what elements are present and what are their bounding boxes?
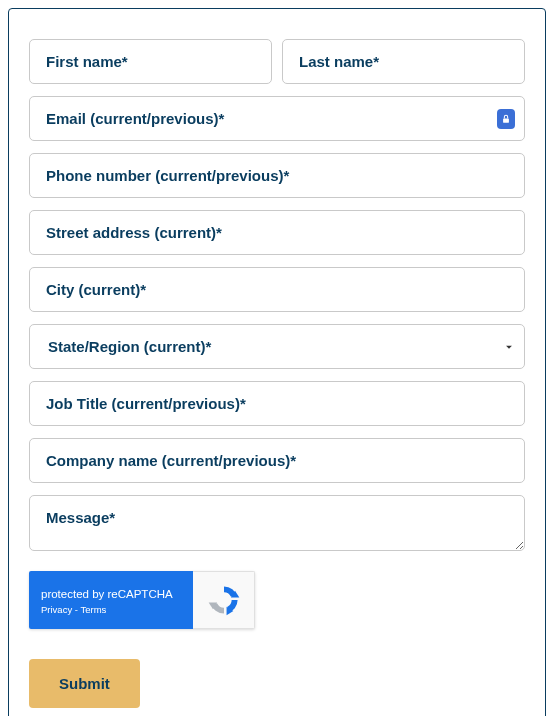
- state-select[interactable]: State/Region (current)*: [29, 324, 525, 369]
- email-input[interactable]: [29, 96, 525, 141]
- phone-input[interactable]: [29, 153, 525, 198]
- company-name-input[interactable]: [29, 438, 525, 483]
- street-address-input[interactable]: [29, 210, 525, 255]
- recaptcha-links: Privacy - Terms: [41, 604, 179, 615]
- recaptcha-terms-link[interactable]: Terms: [80, 604, 106, 615]
- submit-button[interactable]: Submit: [29, 659, 140, 708]
- recaptcha-privacy-link[interactable]: Privacy: [41, 604, 72, 615]
- lock-icon: [497, 109, 515, 129]
- last-name-input[interactable]: [282, 39, 525, 84]
- svg-rect-0: [503, 118, 509, 122]
- recaptcha-info: protected by reCAPTCHA Privacy - Terms: [29, 571, 193, 629]
- message-textarea[interactable]: [29, 495, 525, 551]
- first-name-input[interactable]: [29, 39, 272, 84]
- city-input[interactable]: [29, 267, 525, 312]
- recaptcha-logo-box: [193, 571, 255, 629]
- recaptcha-widget: protected by reCAPTCHA Privacy - Terms: [29, 571, 255, 629]
- contact-form: State/Region (current)* protected by reC…: [8, 8, 546, 716]
- job-title-input[interactable]: [29, 381, 525, 426]
- recaptcha-title: protected by reCAPTCHA: [41, 588, 179, 600]
- recaptcha-icon: [207, 583, 241, 617]
